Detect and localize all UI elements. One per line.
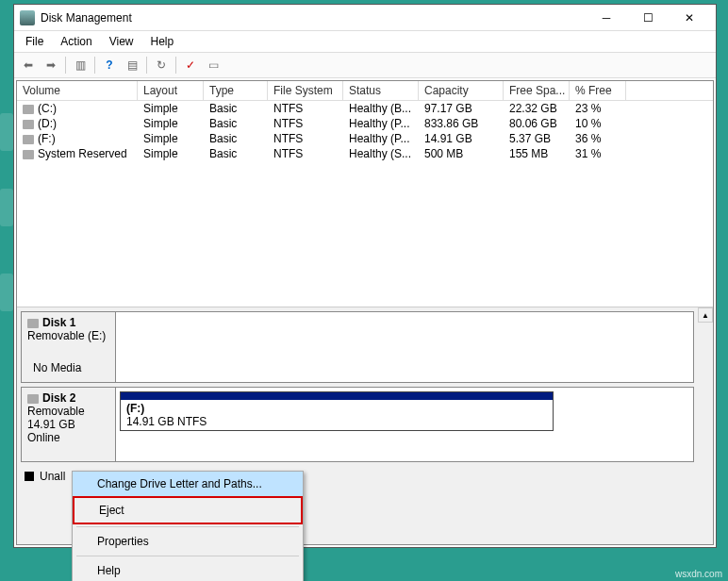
drive-icon [23, 150, 34, 159]
col-volume[interactable]: Volume [17, 81, 138, 100]
col-layout[interactable]: Layout [138, 81, 204, 100]
watermark: wsxdn.com [675, 569, 722, 579]
titlebar[interactable]: Disk Management ─ ☐ ✕ [14, 5, 716, 31]
col-pctfree[interactable]: % Free [570, 81, 626, 100]
col-filesystem[interactable]: File System [268, 81, 343, 100]
app-icon [20, 10, 35, 25]
forward-button[interactable]: ➡ [41, 55, 61, 75]
disk-size: 14.91 GB [27, 418, 109, 431]
disk-row[interactable]: Disk 1 Removable (E:) No Media [21, 311, 694, 383]
table-row[interactable]: (C:) SimpleBasicNTFS Healthy (B...97.17 … [17, 101, 713, 116]
menu-view[interactable]: View [102, 33, 141, 50]
table-header: Volume Layout Type File System Status Ca… [17, 81, 713, 101]
legend-unallocated: Unall [40, 470, 65, 483]
show-hide-tree-button[interactable]: ▥ [70, 55, 91, 75]
disk-status: Online [27, 431, 109, 444]
col-freespace[interactable]: Free Spa... [504, 81, 570, 100]
back-button[interactable]: ⬅ [18, 55, 39, 75]
menubar: File Action View Help [14, 31, 716, 52]
table-row[interactable]: System Reserved SimpleBasicNTFS Healthy … [17, 146, 713, 161]
menu-action[interactable]: Action [53, 33, 99, 50]
volume-list[interactable]: Volume Layout Type File System Status Ca… [17, 81, 713, 307]
disk-subtitle: Removable (E:) [27, 329, 109, 342]
scroll-up-button[interactable]: ▲ [698, 307, 713, 323]
menu-file[interactable]: File [18, 33, 51, 50]
maximize-button[interactable]: ☐ [627, 6, 669, 30]
close-button[interactable]: ✕ [669, 6, 710, 30]
ctx-properties[interactable]: Properties [73, 529, 303, 554]
drive-icon [23, 105, 34, 114]
disk-management-window: Disk Management ─ ☐ ✕ File Action View H… [13, 4, 717, 548]
ctx-eject[interactable]: Eject [73, 496, 303, 524]
unallocated-swatch-icon [25, 472, 34, 481]
drive-icon [23, 135, 34, 144]
table-row[interactable]: (F:) SimpleBasicNTFS Healthy (P...14.91 … [17, 131, 713, 146]
partition-detail: 14.91 GB NTFS [126, 415, 547, 428]
partition-label: (F:) [126, 402, 547, 415]
partition[interactable]: (F:) 14.91 GB NTFS [120, 391, 554, 431]
disk-subtitle: Removable [27, 405, 109, 418]
ctx-change-drive-letter[interactable]: Change Drive Letter and Paths... [73, 472, 303, 496]
col-status[interactable]: Status [343, 81, 419, 100]
menu-help[interactable]: Help [143, 33, 182, 50]
help-icon[interactable]: ? [99, 55, 120, 75]
toolbar: ⬅ ➡ ▥ ? ▤ ↻ ✓ ▭ [14, 52, 716, 78]
col-capacity[interactable]: Capacity [419, 81, 504, 100]
refresh-button[interactable]: ↻ [151, 55, 172, 75]
disk-status: No Media [27, 342, 109, 378]
list-button[interactable]: ▭ [203, 55, 223, 75]
table-row[interactable]: (D:) SimpleBasicNTFS Healthy (P...833.86… [17, 116, 713, 131]
ctx-help[interactable]: Help [73, 558, 303, 581]
col-type[interactable]: Type [204, 81, 268, 100]
disk-title: Disk 1 [42, 316, 75, 329]
disk-row[interactable]: Disk 2 Removable 14.91 GB Online (F:) 14… [21, 387, 694, 462]
disk-icon [27, 394, 39, 404]
context-menu: Change Drive Letter and Paths... Eject P… [72, 471, 304, 581]
disk-title: Disk 2 [42, 391, 75, 405]
action-button[interactable]: ✓ [180, 55, 201, 75]
disk-icon [27, 319, 39, 328]
minimize-button[interactable]: ─ [586, 6, 627, 30]
details-button[interactable]: ▤ [122, 55, 142, 75]
window-title: Disk Management [41, 11, 586, 25]
drive-icon [23, 120, 34, 129]
